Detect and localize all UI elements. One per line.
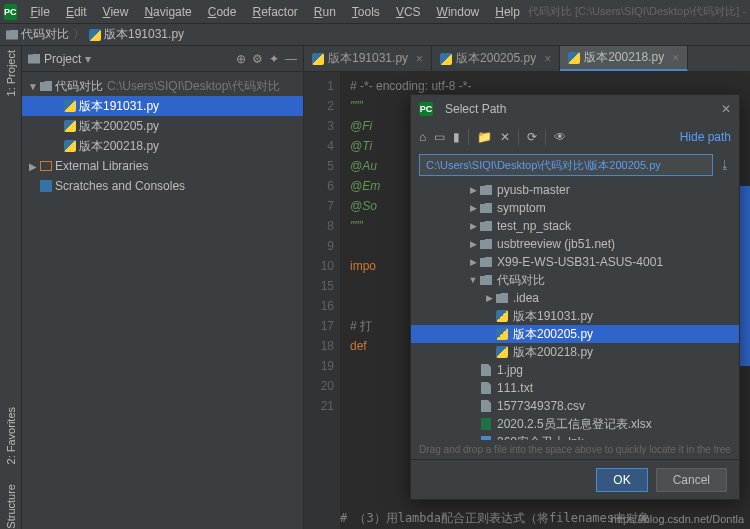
menubar: PC FileEditViewNavigateCodeRefactorRunTo…	[0, 0, 750, 24]
minimap-marker	[740, 186, 750, 366]
desktop-icon[interactable]: ▭	[434, 130, 445, 144]
editor-tab[interactable]: 版本191031.py×	[304, 46, 432, 71]
folder-icon	[28, 54, 40, 64]
dialog-tree-folder[interactable]: ▶pyusb-master	[411, 181, 739, 199]
tree-file[interactable]: 版本200205.py	[22, 116, 303, 136]
dialog-file-tree[interactable]: ▶pyusb-master▶symptom▶test_np_stack▶usbt…	[411, 179, 739, 440]
tree-scratches[interactable]: Scratches and Consoles	[22, 176, 303, 196]
python-icon	[89, 29, 101, 41]
menu-run[interactable]: Run	[306, 3, 344, 21]
tree-file[interactable]: 版本191031.py	[22, 96, 303, 116]
sidebar-tool-collapse[interactable]: ✦	[269, 52, 279, 66]
delete-icon[interactable]: ✕	[500, 130, 510, 144]
dialog-tree-folder[interactable]: ▼代码对比	[411, 271, 739, 289]
menu-view[interactable]: View	[95, 3, 137, 21]
menu-edit[interactable]: Edit	[58, 3, 95, 21]
breadcrumb: 代码对比 〉 版本191031.py	[0, 24, 750, 46]
vtab-structure[interactable]: Structure	[5, 484, 17, 529]
watermark: https://blog.csdn.net/Dontla	[611, 513, 744, 525]
refresh-icon[interactable]: ⟳	[527, 130, 537, 144]
dialog-tree-lnk[interactable]: 360安全卫士.lnk	[411, 433, 739, 440]
project-icon[interactable]: ▮	[453, 130, 460, 144]
hide-path-link[interactable]: Hide path	[680, 130, 731, 144]
dialog-toolbar: ⌂ ▭ ▮ 📁 ✕ ⟳ 👁 Hide path	[411, 123, 739, 151]
tree-external-libs[interactable]: ▶External Libraries	[22, 156, 303, 176]
dialog-tree-py[interactable]: 版本200205.py	[411, 325, 739, 343]
close-tab-icon[interactable]: ×	[544, 52, 551, 66]
sidebar-tool-settings[interactable]: ⚙	[252, 52, 263, 66]
app-logo: PC	[4, 4, 17, 20]
menu-file[interactable]: File	[23, 3, 58, 21]
dialog-tree-folder[interactable]: ▶symptom	[411, 199, 739, 217]
new-folder-icon[interactable]: 📁	[477, 130, 492, 144]
dialog-tree-file[interactable]: 1577349378.csv	[411, 397, 739, 415]
dialog-tree-py[interactable]: 版本191031.py	[411, 307, 739, 325]
tree-file[interactable]: 版本200218.py	[22, 136, 303, 156]
history-icon[interactable]: ⭳	[719, 158, 731, 172]
breadcrumb-file[interactable]: 版本191031.py	[89, 26, 184, 43]
line-numbers: 1234567891015161718192021	[304, 72, 340, 529]
dialog-tree-folder[interactable]: ▶.idea	[411, 289, 739, 307]
dialog-tree-xls[interactable]: 2020.2.5员工信息登记表.xlsx	[411, 415, 739, 433]
dialog-title: Select Path	[445, 102, 506, 116]
dialog-tree-folder[interactable]: ▶usbtreeview (jb51.net)	[411, 235, 739, 253]
dialog-titlebar: PC Select Path ✕	[411, 95, 739, 123]
vtab-project[interactable]: 1: Project	[5, 50, 17, 96]
dialog-tree-file[interactable]: 1.jpg	[411, 361, 739, 379]
close-icon[interactable]: ✕	[721, 102, 731, 116]
sidebar-tool-target[interactable]: ⊕	[236, 52, 246, 66]
footer-code-line: # （3）用lambda配合正则表达式（将filenames中对象	[340, 510, 650, 527]
sidebar-header: Project▾ ⊕ ⚙ ✦ —	[22, 46, 303, 72]
editor-tabs: 版本191031.py×版本200205.py×版本200218.py×	[304, 46, 750, 72]
tool-window-bar-left: 1: Project 2: Favorites Structure	[0, 46, 22, 529]
menu-window[interactable]: Window	[429, 3, 488, 21]
menu-help[interactable]: Help	[487, 3, 528, 21]
folder-icon	[6, 30, 18, 40]
menu-refactor[interactable]: Refactor	[244, 3, 305, 21]
close-tab-icon[interactable]: ×	[672, 51, 679, 65]
dialog-tree-folder[interactable]: ▶test_np_stack	[411, 217, 739, 235]
show-hidden-icon[interactable]: 👁	[554, 130, 566, 144]
app-logo: PC	[419, 102, 433, 116]
cancel-button[interactable]: Cancel	[656, 468, 727, 492]
window-title: 代码对比 [C:\Users\SIQI\Desktop\代码对比] - ...\…	[528, 4, 746, 19]
project-sidebar: Project▾ ⊕ ⚙ ✦ — ▼代码对比C:\Users\SIQI\Desk…	[22, 46, 304, 529]
menu-vcs[interactable]: VCS	[388, 3, 429, 21]
dialog-tree-folder[interactable]: ▶X99-E-WS-USB31-ASUS-4001	[411, 253, 739, 271]
dialog-hint: Drag and drop a file into the space abov…	[411, 440, 739, 459]
path-input[interactable]	[419, 154, 713, 176]
dialog-tree-py[interactable]: 版本200218.py	[411, 343, 739, 361]
menu-code[interactable]: Code	[200, 3, 245, 21]
vtab-favorites[interactable]: 2: Favorites	[5, 407, 17, 464]
dialog-tree-file[interactable]: 111.txt	[411, 379, 739, 397]
close-tab-icon[interactable]: ×	[416, 52, 423, 66]
breadcrumb-folder[interactable]: 代码对比	[6, 26, 69, 43]
project-tree[interactable]: ▼代码对比C:\Users\SIQI\Desktop\代码对比 版本191031…	[22, 72, 303, 529]
home-icon[interactable]: ⌂	[419, 130, 426, 144]
sidebar-title: Project	[44, 52, 81, 66]
sidebar-tool-hide[interactable]: —	[285, 52, 297, 66]
editor-tab[interactable]: 版本200205.py×	[432, 46, 560, 71]
ok-button[interactable]: OK	[596, 468, 647, 492]
menu-navigate[interactable]: Navigate	[136, 3, 199, 21]
editor-tab[interactable]: 版本200218.py×	[560, 46, 688, 71]
tree-root[interactable]: ▼代码对比C:\Users\SIQI\Desktop\代码对比	[22, 76, 303, 96]
menu-tools[interactable]: Tools	[344, 3, 388, 21]
select-path-dialog: PC Select Path ✕ ⌂ ▭ ▮ 📁 ✕ ⟳ 👁 Hide path…	[410, 94, 740, 500]
